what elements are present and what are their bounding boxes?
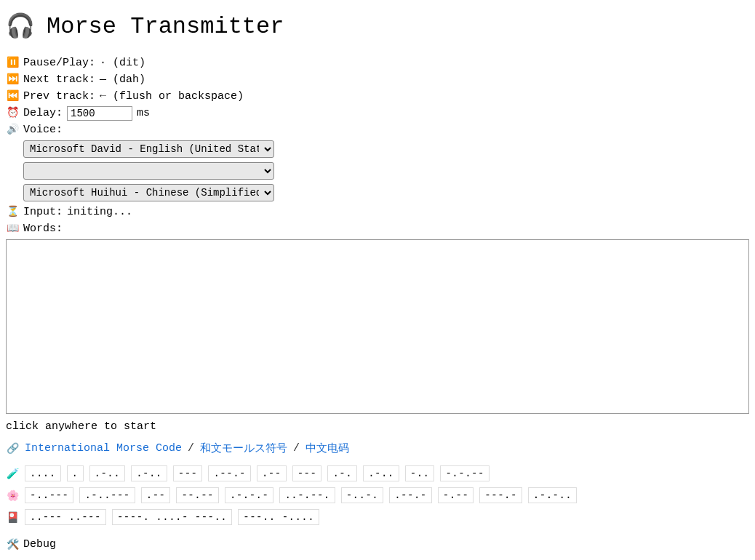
next-track-label: Next track:	[23, 72, 95, 87]
voice-select-3[interactable]: Microsoft Huihui - Chinese (Simplified,	[23, 184, 274, 201]
prev-track-row: ⏮️ Prev track: ← (flush or backspace)	[6, 89, 749, 104]
input-row: ⏳ Input: initing...	[6, 204, 749, 220]
delay-unit: ms	[137, 105, 150, 121]
headphones-icon: 🎧	[6, 12, 35, 41]
morse-box[interactable]: ---.-	[479, 487, 522, 503]
link-sep-1: /	[188, 442, 194, 455]
link-international-morse[interactable]: International Morse Code	[25, 442, 182, 455]
morse-box[interactable]: -..	[405, 465, 435, 481]
morse-box[interactable]: .-.-..	[528, 487, 577, 503]
link-chinese-telegraph[interactable]: 中文电码	[305, 441, 349, 455]
morse-box[interactable]: .--	[141, 487, 171, 503]
voice-select-1[interactable]: Microsoft David - English (United States…	[23, 140, 274, 158]
pause-play-value: · (dit)	[100, 55, 145, 71]
morse-box[interactable]: --.--	[176, 487, 219, 503]
delay-input[interactable]	[67, 106, 132, 121]
cherry-blossom-icon: 🌸	[6, 489, 19, 502]
link-wabun-morse[interactable]: 和文モールス符号	[200, 441, 287, 455]
morse-box[interactable]: .-..	[89, 465, 126, 481]
hourglass-icon: ⏳	[6, 205, 19, 220]
morse-box[interactable]: ..--- ..---	[25, 509, 106, 525]
words-row: 📖 Words:	[6, 221, 749, 236]
morse-box[interactable]: ..-.--.	[279, 487, 335, 503]
morse-box[interactable]: ----. ....- ---..	[112, 509, 232, 525]
morse-row-japanese: 🌸 -..--- .-..--- .-- --.-- .-.-.- ..-.--…	[6, 487, 749, 503]
words-textarea[interactable]	[6, 239, 749, 414]
link-icon: 🔗	[6, 442, 19, 455]
voice-selects: Microsoft David - English (United States…	[23, 139, 749, 203]
words-label: Words:	[23, 221, 63, 236]
morse-box[interactable]: -..-.	[341, 487, 384, 503]
morse-box[interactable]: .--	[257, 465, 287, 481]
voice-row: 🔊 Voice:	[6, 122, 749, 137]
debug-label[interactable]: Debug	[23, 538, 56, 551]
morse-box[interactable]: -.-.--	[440, 465, 489, 481]
page-title: 🎧 Morse Transmitter	[6, 12, 749, 41]
pause-icon: ⏸️	[6, 56, 19, 71]
debug-row: 🛠️ Debug	[6, 538, 749, 551]
next-track-row: ⏭️ Next track: — (dah)	[6, 72, 749, 87]
pause-play-row: ⏸️ Pause/Play: · (dit)	[6, 55, 749, 71]
morse-box[interactable]: .-.	[327, 465, 357, 481]
next-track-icon: ⏭️	[6, 73, 19, 87]
morse-box[interactable]: .--.-	[389, 487, 432, 503]
alarm-icon: ⏰	[6, 106, 19, 121]
speaker-icon: 🔊	[6, 123, 19, 137]
prev-track-value: ← (flush or backspace)	[100, 89, 244, 104]
start-hint: click anywhere to start	[6, 420, 749, 433]
reference-links: 🔗 International Morse Code / 和文モールス符号 / …	[6, 441, 749, 455]
delay-label: Delay:	[23, 105, 63, 121]
morse-box[interactable]: .-..	[363, 465, 399, 481]
next-track-value: — (dah)	[100, 72, 145, 87]
morse-box[interactable]: ---.. -....	[238, 509, 319, 525]
morse-box[interactable]: .-..---	[79, 487, 135, 503]
prev-track-label: Prev track:	[23, 89, 95, 104]
morse-box[interactable]: .-..	[131, 465, 167, 481]
input-label: Input:	[23, 204, 63, 220]
morse-row-chinese: 🎴 ..--- ..--- ----. ....- ---.. ---.. -.…	[6, 509, 749, 525]
voice-label: Voice:	[23, 122, 63, 137]
morse-box[interactable]: ---	[173, 465, 203, 481]
morse-box[interactable]: .-.-.-	[225, 487, 273, 503]
morse-box[interactable]: -.--	[438, 487, 474, 503]
delay-row: ⏰ Delay: ms	[6, 105, 749, 121]
test-tube-icon: 🧪	[6, 468, 19, 480]
morse-box[interactable]: .--.-	[208, 465, 251, 481]
book-icon: 📖	[6, 222, 19, 236]
input-value: initing...	[67, 204, 132, 220]
prev-track-icon: ⏮️	[6, 89, 19, 104]
wrench-icon: 🛠️	[6, 538, 19, 551]
morse-box[interactable]: ....	[25, 465, 61, 481]
voice-select-2[interactable]	[23, 162, 274, 180]
morse-box[interactable]: -..---	[25, 487, 73, 503]
link-sep-2: /	[293, 442, 300, 455]
morse-box[interactable]: ---	[292, 465, 322, 481]
morse-row-english: 🧪 .... . .-.. .-.. --- .--.- .-- --- .-.…	[6, 465, 749, 481]
flower-card-icon: 🎴	[6, 511, 19, 524]
pause-play-label: Pause/Play:	[23, 55, 95, 71]
title-text: Morse Transmitter	[47, 13, 284, 40]
morse-box[interactable]: .	[67, 465, 84, 481]
